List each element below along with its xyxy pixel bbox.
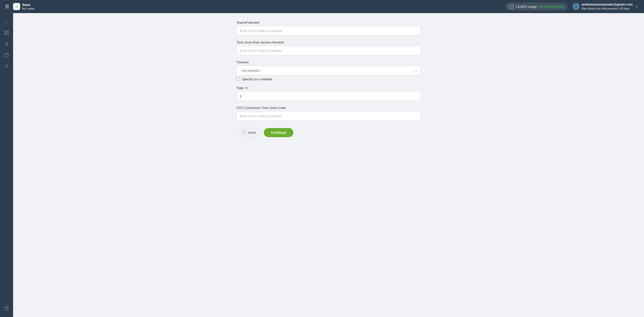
user-plan: Plan |Basic| left until payment 128 days	[582, 7, 633, 10]
timezone-rule-version-field: Time Zone Rule Version Number	[236, 41, 421, 55]
user-info: andrewsavemyleads@gmail.com Plan |Basic|…	[582, 3, 633, 10]
svg-point-5	[6, 64, 8, 66]
sidebar-item-billing[interactable]: $	[2, 39, 11, 48]
topic-label: Topic ★	[236, 86, 421, 90]
logo-icon: ✓	[13, 3, 20, 10]
sidebar-item-help[interactable]	[2, 304, 11, 313]
timeline-select[interactable]: - not selected -	[236, 66, 421, 75]
sidebar: ⌂ $	[0, 13, 13, 317]
svg-rect-2	[5, 33, 6, 35]
content-area: TeamsFollowed Time Zone Rule Version Num…	[230, 13, 427, 152]
teams-followed-label: TeamsFollowed	[236, 21, 421, 24]
topic-field: Topic ★	[236, 86, 421, 101]
avatar: 👤	[573, 3, 580, 10]
continue-button[interactable]: Continue	[264, 128, 293, 137]
leads-usage: i LEADS usage: 53 of 5'000 (1%)	[505, 3, 567, 11]
user-email: andrewsavemyleads@gmail.com	[582, 3, 633, 7]
sidebar-item-briefcase[interactable]	[2, 50, 11, 59]
logo: ✓ Save My Leads.	[13, 3, 35, 10]
teams-followed-field: TeamsFollowed	[236, 21, 421, 35]
timezone-rule-version-label: Time Zone Rule Version Number	[236, 41, 421, 44]
svg-rect-0	[5, 31, 6, 32]
timezone-rule-version-input[interactable]	[236, 46, 421, 55]
utc-conversion-field: UTC Conversion Time Zone Code	[236, 106, 421, 121]
specify-as-variable-label: Specify as a variable	[242, 77, 272, 81]
specify-as-variable-checkbox[interactable]	[236, 77, 240, 81]
timeline-select-wrapper: - not selected - ⌄	[236, 66, 421, 75]
utc-conversion-input[interactable]	[236, 111, 421, 121]
app-body: ⌂ $	[0, 13, 644, 317]
teams-followed-input[interactable]	[236, 26, 421, 35]
menu-icon[interactable]: ☰	[4, 3, 10, 10]
info-icon: i	[509, 4, 514, 9]
specify-as-variable-row: Specify as a variable	[236, 77, 421, 81]
user-menu[interactable]: 👤 andrewsavemyleads@gmail.com Plan |Basi…	[571, 2, 640, 11]
timeline-field: Timeline - not selected - ⌄ Specify as a…	[236, 60, 421, 81]
timeline-label: Timeline	[236, 60, 421, 64]
topic-input[interactable]	[236, 91, 421, 101]
sidebar-item-grid[interactable]	[2, 28, 11, 37]
usage-label: LEADS usage:	[516, 5, 537, 9]
svg-point-7	[6, 309, 7, 310]
back-edit-icon: ✏	[241, 130, 246, 135]
sidebar-item-home[interactable]: ⌂	[2, 17, 11, 26]
utc-conversion-label: UTC Conversion Time Zone Code	[236, 106, 421, 110]
sidebar-item-user[interactable]	[2, 61, 11, 70]
back-button[interactable]: ✏ Back	[236, 128, 261, 137]
logo-check-icon: ✓	[15, 4, 18, 9]
svg-rect-4	[5, 54, 9, 57]
required-star: ★	[245, 86, 248, 90]
logo-text: Save My Leads.	[22, 3, 35, 10]
buttons-row: ✏ Back Continue	[236, 128, 421, 137]
header: ☰ ✓ Save My Leads. i LEADS usage: 53 of …	[0, 0, 644, 13]
svg-rect-1	[7, 31, 9, 32]
usage-count: 53 of 5'000 (1%)	[540, 5, 564, 9]
chevron-down-icon: ∨	[636, 5, 638, 8]
svg-rect-3	[7, 33, 9, 35]
main-content: TeamsFollowed Time Zone Rule Version Num…	[13, 13, 644, 317]
